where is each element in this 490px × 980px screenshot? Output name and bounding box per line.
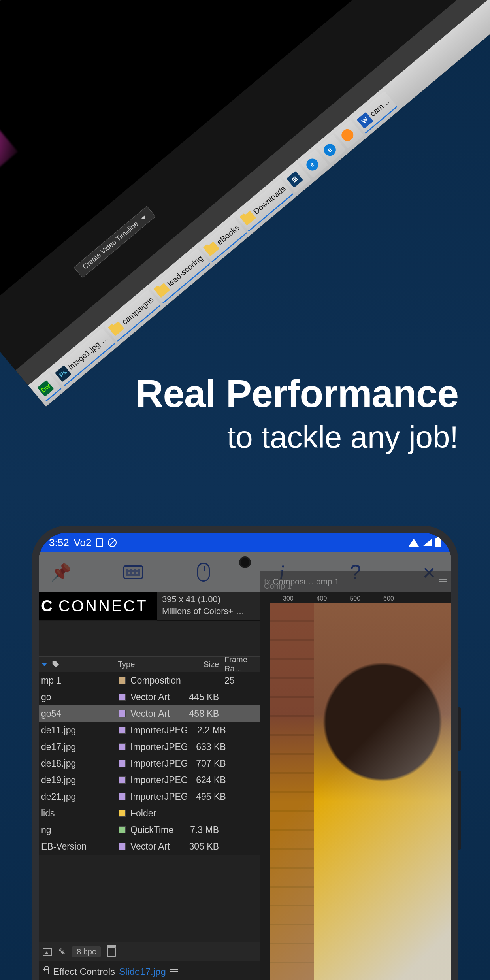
ruler-tick: 600	[383, 595, 394, 602]
folder-icon	[241, 211, 256, 226]
phone-frame: 3:52 Vo2 📌 i ? × C CONNECT	[32, 526, 458, 980]
row-name: EB-Version	[41, 841, 87, 852]
color-swatch	[119, 843, 126, 850]
color-swatch	[119, 810, 126, 817]
project-row[interactable]: de19.jpgImporterJPEG624 KB	[39, 772, 260, 788]
mouse-icon	[197, 563, 210, 582]
project-panel: C CONNECT 395 x 41 (1.00) Millions of Co…	[39, 592, 260, 980]
keyboard-icon	[123, 565, 143, 579]
row-name: de19.jpg	[41, 775, 76, 786]
composition-viewer[interactable]: fx Composi… omp 1 Comp 1 300 400 500 600…	[260, 592, 451, 980]
row-name: go54	[41, 709, 61, 719]
composition-meta: 395 x 41 (1.00) Millions of Colors+ …	[157, 592, 260, 621]
tab-menu-icon[interactable]	[439, 581, 447, 582]
edge-icon: e	[321, 141, 338, 158]
project-search-area[interactable]	[39, 621, 260, 656]
project-row[interactable]: ngQuickTime7.3 MB	[39, 822, 260, 838]
ruler-tick: 300	[283, 595, 294, 602]
color-swatch	[119, 710, 126, 717]
row-name: de18.jpg	[41, 758, 76, 769]
project-rows: mp 1Composition25goVector Art445 KBgo54V…	[39, 672, 260, 855]
panel-title-file[interactable]: Slide17.jpg	[119, 966, 166, 977]
column-size[interactable]: Size	[181, 660, 224, 669]
brush-icon[interactable]: ✎	[58, 947, 66, 957]
row-type: Folder	[130, 808, 156, 819]
headline-line1: Real Performance	[136, 371, 458, 416]
panel-title-prefix: Effect Controls	[53, 966, 115, 977]
row-size: 7.3 MB	[181, 825, 224, 835]
project-row[interactable]: de11.jpgImporterJPEG2.2 MB	[39, 722, 260, 739]
row-size: 445 KB	[181, 692, 224, 703]
color-swatch	[119, 727, 126, 734]
row-type: Composition	[130, 675, 181, 686]
project-row[interactable]: goVector Art445 KB	[39, 689, 260, 705]
canvas-area	[0, 0, 445, 309]
mouse-button[interactable]	[197, 563, 219, 582]
marketing-headline: Real Performance to tackle any job!	[136, 371, 458, 455]
row-size: 458 KB	[181, 709, 224, 719]
row-name: mp 1	[41, 675, 61, 686]
project-row[interactable]: EB-VersionVector Art305 KB	[39, 838, 260, 855]
project-row[interactable]: de21.jpgImporterJPEG495 KB	[39, 788, 260, 805]
row-framerate: 25	[224, 675, 260, 686]
color-depth-chip[interactable]: 8 bpc	[72, 946, 101, 957]
headline-line2: to tackle any job!	[136, 419, 458, 455]
color-swatch	[119, 677, 126, 684]
lock-icon[interactable]	[43, 969, 49, 974]
folder-icon	[109, 321, 124, 336]
android-status-bar: 3:52 Vo2	[39, 533, 451, 552]
row-size: 495 KB	[188, 792, 232, 802]
brand-logo: C CONNECT	[39, 592, 157, 620]
taskbar-label: cam…	[368, 97, 392, 119]
row-type: Vector Art	[130, 692, 170, 703]
signal-icon	[423, 539, 432, 546]
color-swatch	[119, 760, 126, 767]
project-footer: ✎ 8 bpc	[39, 942, 260, 961]
vertical-ruler: 200300400500600700800	[260, 603, 270, 980]
label-icon[interactable]	[51, 660, 60, 669]
project-row[interactable]: go54Vector Art458 KB	[39, 705, 260, 722]
row-size: 624 KB	[188, 775, 232, 786]
column-framerate[interactable]: Frame Ra…	[224, 655, 260, 673]
pin-button[interactable]: 📌	[50, 563, 72, 582]
project-table-header: Type Size Frame Ra…	[39, 656, 260, 672]
brand-c: C	[41, 597, 53, 615]
folder-icon	[155, 283, 170, 298]
project-row[interactable]: mp 1Composition25	[39, 672, 260, 689]
keyboard-button[interactable]	[123, 565, 145, 579]
color-swatch	[119, 743, 126, 750]
viewer-subtab[interactable]: Comp 1	[264, 582, 292, 591]
row-type: ImporterJPEG	[130, 742, 188, 752]
preview-brick-wall	[270, 603, 314, 980]
dreamweaver-icon: Dw	[37, 380, 54, 396]
row-type: ImporterJPEG	[130, 792, 188, 802]
project-row[interactable]: de18.jpgImporterJPEG707 KB	[39, 755, 260, 772]
sim-icon	[96, 538, 103, 547]
sort-arrow-icon[interactable]	[41, 663, 47, 666]
thumbnail-icon[interactable]	[43, 948, 52, 956]
project-row[interactable]: de17.jpgImporterJPEG633 KB	[39, 739, 260, 755]
effect-controls-title: Effect Controls Slide17.jpg	[39, 961, 260, 980]
color-swatch	[119, 694, 126, 701]
row-type: ImporterJPEG	[130, 758, 188, 769]
row-type: ImporterJPEG	[130, 725, 188, 736]
row-name: de17.jpg	[41, 742, 76, 752]
row-type: ImporterJPEG	[130, 775, 188, 786]
ruler-tick: 400	[317, 595, 327, 602]
dropdown-caret-icon	[141, 215, 147, 220]
meta-dimensions: 395 x 41 (1.00)	[162, 594, 255, 605]
row-type: Vector Art	[130, 841, 170, 852]
horizontal-ruler: 300 400 500 600	[260, 592, 451, 603]
column-type[interactable]: Type	[118, 660, 181, 669]
trash-icon[interactable]	[107, 947, 116, 957]
meta-colors: Millions of Colors+ …	[162, 606, 255, 616]
row-size: 2.2 MB	[188, 725, 232, 736]
panel-menu-icon[interactable]	[170, 971, 178, 972]
row-name: de11.jpg	[41, 725, 76, 736]
wifi-icon	[409, 539, 419, 547]
after-effects-area: C CONNECT 395 x 41 (1.00) Millions of Co…	[39, 592, 451, 980]
do-not-disturb-icon	[108, 538, 117, 547]
row-name: lids	[41, 808, 55, 819]
taskbar-label: eBooks	[215, 223, 241, 247]
project-row[interactable]: lidsFolder	[39, 805, 260, 822]
